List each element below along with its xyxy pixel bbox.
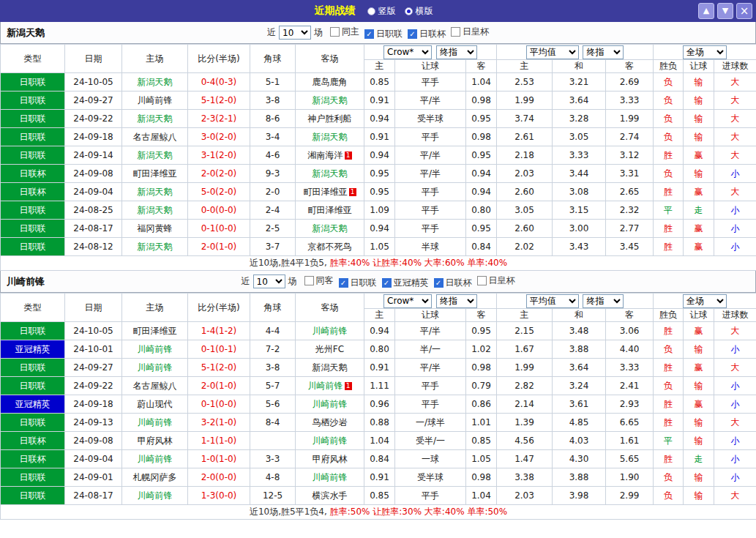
odds-home: 0.95: [364, 183, 395, 201]
bookmaker-odds-time-select[interactable]: 终指: [436, 294, 477, 308]
away-team[interactable]: 川崎前锋: [296, 322, 364, 340]
away-team[interactable]: 川崎前锋: [296, 468, 364, 487]
home-team[interactable]: 甲府风林: [122, 432, 188, 450]
match-count-select[interactable]: 10: [253, 274, 285, 288]
result-goals: 小: [714, 165, 756, 183]
away-team[interactable]: 新潟天鹅: [296, 220, 364, 238]
away-team[interactable]: 町田泽维亚1: [296, 183, 364, 201]
away-team[interactable]: 町田泽维亚: [296, 201, 364, 220]
home-team[interactable]: 名古屋鲸八: [122, 128, 188, 146]
home-team[interactable]: 町田泽维亚: [122, 322, 188, 340]
view-option-horizontal[interactable]: 横版: [405, 5, 433, 18]
checkbox-label: 同客: [316, 274, 334, 287]
away-team[interactable]: 湘南海洋1: [296, 146, 364, 165]
away-team[interactable]: 京都不死鸟: [296, 238, 364, 256]
col-header-corners: 角球: [250, 45, 296, 73]
match-date: 24-09-14: [65, 146, 122, 165]
away-team[interactable]: 新潟天鹅: [296, 91, 364, 110]
avg-away: 3.33: [606, 359, 654, 377]
home-team[interactable]: 札幌冈萨多: [122, 468, 188, 487]
away-team[interactable]: 川崎前锋: [296, 395, 364, 414]
home-team[interactable]: 町田泽维亚: [122, 165, 188, 183]
match-scope-select[interactable]: 全场: [683, 294, 727, 308]
home-team[interactable]: 新潟天鹅: [122, 183, 188, 201]
away-team[interactable]: 新潟天鹅: [296, 165, 364, 183]
avg-draw: 3.44: [553, 165, 606, 183]
result-group-header: 全场: [654, 294, 756, 309]
corners: 2-5: [250, 220, 296, 238]
home-team[interactable]: 福冈黄蜂: [122, 220, 188, 238]
view-option-vertical[interactable]: 竖版: [367, 5, 396, 18]
avg-draw: 3.15: [553, 201, 606, 220]
match-date: 24-08-17: [65, 220, 122, 238]
league-badge: 日职联: [1, 359, 65, 377]
result-winloss: 负: [654, 165, 684, 183]
home-team[interactable]: 川崎前锋: [122, 91, 188, 110]
away-team[interactable]: 神户胜利船: [296, 110, 364, 128]
home-team[interactable]: 川崎前锋: [122, 487, 188, 505]
filter-checkbox[interactable]: ✓日职联: [339, 277, 377, 289]
bookmaker-select[interactable]: Crow*: [383, 294, 432, 308]
panel-title: 近期战绩: [315, 4, 356, 18]
col-header-type: 类型: [1, 294, 65, 322]
home-team[interactable]: 新潟天鹅: [122, 73, 188, 91]
away-team-name: 新潟天鹅: [312, 168, 348, 179]
match-date: 24-09-01: [65, 468, 122, 487]
team-section: 川崎前锋 近 10 场 同客✓日职联✓亚冠精英✓日联杯日皇杯 类型 日期 主场: [0, 271, 756, 520]
away-team[interactable]: 鸟栖沙岩: [296, 414, 364, 432]
move-up-button[interactable]: ▲: [698, 3, 714, 19]
filter-checkbox[interactable]: 同客: [304, 274, 334, 287]
average-odds-time-select[interactable]: 终指: [583, 294, 624, 308]
filter-checkbox[interactable]: ✓日职联: [364, 28, 403, 40]
away-team[interactable]: 甲府风林: [296, 450, 364, 468]
away-team[interactable]: 横滨水手: [296, 487, 364, 505]
filter-checkbox[interactable]: ✓日联杯: [434, 277, 472, 289]
match-row: 日职联 24-08-12 新潟天鹅 2-0(1-0) 3-7 京都不死鸟 1.0…: [1, 238, 756, 256]
league-badge: 亚冠精英: [1, 340, 65, 359]
odds-home: 0.84: [364, 450, 395, 468]
away-team[interactable]: 光州FC: [296, 340, 364, 359]
filter-checkbox[interactable]: ✓日联杯: [408, 28, 446, 40]
away-team[interactable]: 新潟天鹅: [296, 128, 364, 146]
home-team[interactable]: 川崎前锋: [122, 450, 188, 468]
home-team[interactable]: 川崎前锋: [122, 414, 188, 432]
match-scope-select[interactable]: 全场: [683, 45, 727, 59]
filter-checkbox[interactable]: 日皇杯: [451, 26, 489, 38]
match-count-select[interactable]: 10: [279, 26, 311, 40]
red-card-badge: 1: [345, 152, 352, 160]
filter-checkbox[interactable]: ✓亚冠精英: [382, 277, 429, 289]
avg-home: 3.38: [497, 468, 553, 487]
home-team[interactable]: 新潟天鹅: [122, 238, 188, 256]
average-select[interactable]: 平均值: [526, 294, 579, 308]
odds-away: 0.98: [466, 91, 497, 110]
match-row: 日联杯 24-09-08 甲府风林 1-1(1-0) 川崎前锋 1.04 受半/…: [1, 432, 756, 450]
move-down-button[interactable]: ▼: [717, 3, 733, 19]
avg-home: 1.99: [497, 91, 553, 110]
result-winloss: 胜: [654, 220, 684, 238]
avg-home: 1.39: [497, 414, 553, 432]
avg-home: 2.82: [497, 377, 553, 395]
result-winloss: 负: [654, 73, 684, 91]
odds-handicap: 平手: [395, 395, 466, 414]
odds-home: 1.11: [364, 377, 395, 395]
odds-home: 0.91: [364, 91, 395, 110]
away-team[interactable]: 川崎前锋: [296, 432, 364, 450]
home-team[interactable]: 新潟天鹅: [122, 201, 188, 220]
close-button[interactable]: ×: [736, 3, 752, 19]
home-team[interactable]: 蔚山现代: [122, 395, 188, 414]
average-select[interactable]: 平均值: [526, 45, 579, 59]
away-team[interactable]: 新潟天鹅: [296, 359, 364, 377]
avg-home: 2.03: [497, 487, 553, 505]
bookmaker-odds-time-select[interactable]: 终指: [436, 45, 477, 59]
home-team[interactable]: 名古屋鲸八: [122, 377, 188, 395]
filter-checkbox[interactable]: 日皇杯: [477, 274, 515, 287]
away-team[interactable]: 川崎前锋1: [296, 377, 364, 395]
away-team[interactable]: 鹿岛鹿角: [296, 73, 364, 91]
home-team[interactable]: 新潟天鹅: [122, 110, 188, 128]
filter-checkbox[interactable]: 同主: [330, 26, 359, 38]
average-odds-time-select[interactable]: 终指: [583, 45, 624, 59]
bookmaker-select[interactable]: Crow*: [383, 45, 432, 59]
home-team[interactable]: 川崎前锋: [122, 340, 188, 359]
home-team[interactable]: 川崎前锋: [122, 359, 188, 377]
home-team[interactable]: 新潟天鹅: [122, 146, 188, 165]
